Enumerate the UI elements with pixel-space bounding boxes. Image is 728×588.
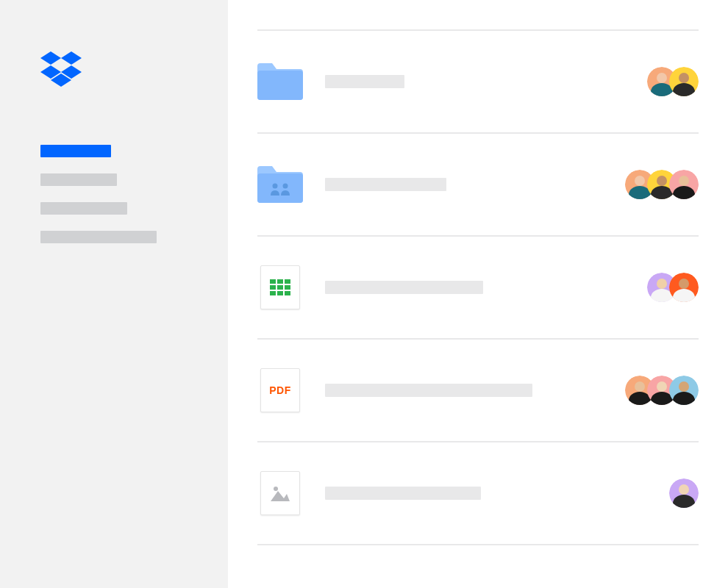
file-name-placeholder	[325, 384, 532, 397]
svg-rect-9	[285, 279, 290, 284]
svg-rect-7	[270, 279, 276, 284]
file-row[interactable]	[257, 237, 699, 338]
svg-point-16	[274, 487, 278, 491]
file-row[interactable]	[257, 31, 699, 132]
sidebar-nav-item-3[interactable]	[40, 231, 157, 243]
avatar[interactable]	[669, 67, 699, 96]
svg-marker-1	[61, 51, 82, 65]
file-name-placeholder	[325, 178, 446, 191]
sidebar-nav-item-0[interactable]	[40, 145, 111, 157]
avatar[interactable]	[669, 170, 699, 199]
sidebar-nav	[40, 145, 188, 243]
svg-rect-12	[285, 285, 290, 290]
avatar[interactable]	[669, 273, 699, 302]
svg-rect-11	[277, 285, 283, 290]
svg-rect-13	[270, 291, 276, 295]
svg-point-6	[283, 184, 288, 189]
dropbox-logo[interactable]	[40, 51, 188, 90]
svg-rect-10	[270, 285, 276, 290]
divider	[257, 544, 699, 545]
file-list: PDF	[228, 0, 728, 588]
file-name-placeholder	[325, 75, 404, 88]
shared-avatars[interactable]	[669, 478, 699, 508]
shared-avatars[interactable]	[647, 273, 699, 302]
svg-rect-8	[277, 279, 283, 284]
svg-rect-15	[285, 291, 290, 295]
file-name-placeholder	[325, 487, 481, 500]
file-name-placeholder	[325, 281, 483, 294]
image-icon	[257, 470, 303, 516]
svg-marker-0	[40, 51, 61, 65]
spreadsheet-icon	[257, 265, 303, 310]
shared-avatars[interactable]	[647, 67, 699, 96]
pdf-icon: PDF	[257, 368, 303, 413]
sidebar-nav-item-1[interactable]	[40, 173, 117, 186]
sidebar-nav-item-2[interactable]	[40, 202, 127, 215]
avatar[interactable]	[669, 478, 699, 508]
avatar[interactable]	[669, 376, 699, 405]
shared-avatars[interactable]	[625, 376, 699, 405]
shared-folder-icon	[257, 162, 303, 207]
shared-avatars[interactable]	[625, 170, 699, 199]
file-row[interactable]	[257, 134, 699, 235]
file-row[interactable]	[257, 442, 699, 544]
svg-point-5	[273, 184, 278, 189]
svg-rect-14	[277, 291, 283, 295]
folder-icon	[257, 59, 303, 104]
pdf-label: PDF	[269, 384, 291, 396]
sidebar	[0, 0, 228, 588]
dropbox-icon	[40, 51, 82, 87]
file-row[interactable]: PDF	[257, 340, 699, 441]
